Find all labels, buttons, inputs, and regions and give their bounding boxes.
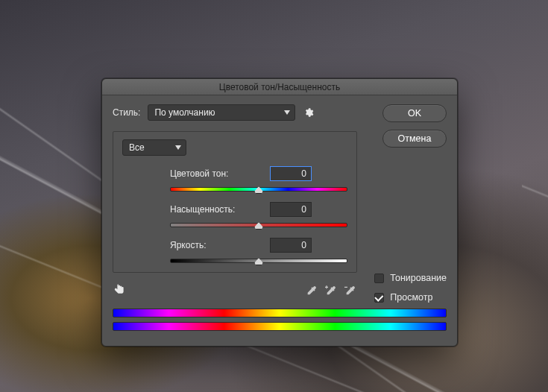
saturation-input[interactable] [270, 202, 312, 217]
ok-button[interactable]: OK [382, 104, 447, 122]
hue-bar-bottom[interactable] [113, 322, 447, 331]
targeted-adjustment-icon[interactable] [113, 283, 127, 298]
saturation-slider-block: Насыщенность: [122, 202, 347, 227]
hue-bar-top[interactable] [113, 309, 447, 317]
tools-row [113, 283, 357, 298]
chevron-down-icon [284, 110, 290, 115]
dialog-body: Стиль: По умолчанию OK Отмена Все [102, 95, 457, 346]
colorize-label: Тонирование [390, 273, 447, 283]
hue-label: Цветовой тон: [170, 168, 259, 179]
checkbox-icon [374, 274, 384, 283]
preview-checkbox[interactable]: Просмотр [374, 292, 447, 303]
hue-input[interactable] [270, 166, 312, 181]
lightness-input[interactable] [270, 238, 312, 253]
preview-label: Просмотр [390, 292, 432, 303]
eyedropper-group [305, 284, 357, 297]
gear-icon[interactable] [303, 107, 315, 118]
hue-slider-block: Цветовой тон: [122, 166, 347, 192]
channel-value: Все [129, 142, 145, 153]
eyedropper-plus-icon[interactable] [324, 284, 338, 297]
preset-select[interactable]: По умолчанию [148, 104, 295, 121]
cancel-button[interactable]: Отмена [382, 130, 447, 148]
channel-select[interactable]: Все [122, 139, 186, 156]
hue-range-bars [113, 309, 447, 331]
checkbox-icon [374, 293, 384, 303]
saturation-label: Насыщенность: [170, 204, 259, 215]
lightness-slider[interactable] [170, 259, 347, 263]
lightness-label: Яркость: [170, 240, 259, 250]
colorize-checkbox[interactable]: Тонирование [374, 273, 447, 283]
saturation-slider[interactable] [170, 223, 347, 227]
eyedropper-minus-icon[interactable] [344, 284, 357, 297]
eyedropper-icon[interactable] [305, 284, 318, 297]
options-group: Тонирование Просмотр [374, 273, 447, 303]
dialog-title: Цветовой тон/Насыщенность [102, 79, 457, 95]
edit-panel: Все Цветовой тон: Насыщенность: [113, 131, 357, 273]
dialog-buttons: OK Отмена [382, 104, 447, 148]
style-label: Стиль: [113, 107, 140, 118]
lightness-slider-block: Яркость: [122, 238, 347, 263]
preset-value: По умолчанию [154, 107, 215, 118]
hue-saturation-dialog: Цветовой тон/Насыщенность Стиль: По умол… [101, 78, 458, 347]
chevron-down-icon [175, 145, 181, 150]
hue-slider[interactable] [170, 187, 347, 192]
